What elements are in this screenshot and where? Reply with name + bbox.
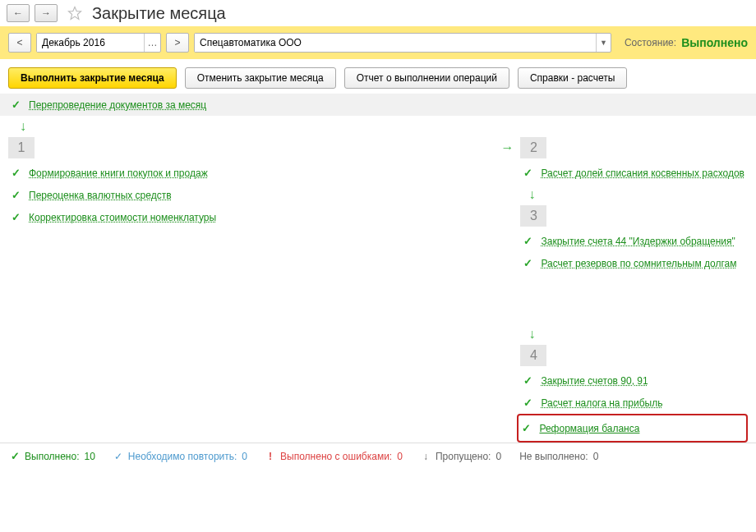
status-skipped-label: Пропущено: <box>436 451 491 462</box>
page-title: Закрытие месяца <box>92 4 226 23</box>
operation-link[interactable]: Переоценка валютных средств <box>29 190 172 201</box>
operation-link-repost[interactable]: Перепроведение документов за месяц <box>29 99 206 111</box>
status-notdone: Не выполнено: 0 <box>519 451 598 462</box>
status-bar: Выполнено: 10 ✓ Необходимо повторить: 0 … <box>0 443 756 469</box>
status-skipped-count: 0 <box>496 451 501 462</box>
arrow-down-icon: ↓ <box>20 119 756 134</box>
repeat-icon: ✓ <box>113 451 123 462</box>
operation-link[interactable]: Закрытие счета 44 "Издержки обращения" <box>541 236 735 247</box>
operation-link[interactable]: Расчет налога на прибыль <box>541 397 662 409</box>
error-icon: ! <box>265 451 275 462</box>
organization-field[interactable]: ▼ <box>194 33 611 53</box>
status-repeat-count: 0 <box>242 451 247 462</box>
period-picker-button[interactable]: … <box>144 34 160 52</box>
status-done-label: Выполнено: <box>25 451 79 462</box>
period-input[interactable] <box>37 34 144 52</box>
arrow-right-icon: → <box>500 140 514 155</box>
block-header-2: 2 <box>520 137 546 158</box>
column-1: 1 Формирование книги покупок и продаж Пе… <box>8 137 492 443</box>
check-icon <box>522 422 531 434</box>
highlighted-operation: Реформация баланса <box>517 414 748 443</box>
operation-link[interactable]: Корректировка стоимости номенклатуры <box>29 212 216 223</box>
operation-row: Реформация баланса <box>519 417 743 439</box>
status-done: Выполнено: 10 <box>10 450 95 462</box>
operation-row: Расчет резервов по сомнительным долгам <box>520 252 748 274</box>
status-notdone-count: 0 <box>593 451 599 462</box>
status-done-count: 10 <box>84 451 94 462</box>
operation-row: Переоценка валютных средств <box>8 184 492 206</box>
operation-link-reformation[interactable]: Реформация баланса <box>539 423 639 434</box>
organization-dropdown-button[interactable]: ▼ <box>596 34 611 52</box>
svg-marker-0 <box>69 7 81 20</box>
arrow-down-icon: ↓ <box>528 187 748 202</box>
check-icon <box>523 257 532 269</box>
run-close-month-button[interactable]: Выполнить закрытие месяца <box>8 67 177 89</box>
check-icon <box>523 397 532 409</box>
operation-link[interactable]: Расчет резервов по сомнительным долгам <box>541 258 736 269</box>
check-icon <box>523 167 532 179</box>
cancel-close-month-button[interactable]: Отменить закрытие месяца <box>185 67 336 89</box>
operation-row: Закрытие счета 44 "Издержки обращения" <box>520 230 748 252</box>
check-icon <box>523 374 532 387</box>
organization-input[interactable] <box>195 34 596 52</box>
period-next-button[interactable]: > <box>166 33 189 53</box>
skipped-icon: ↓ <box>421 451 431 462</box>
operation-row: Расчет налога на прибыль <box>520 392 748 414</box>
check-icon <box>12 211 21 223</box>
arrow-down-icon: ↓ <box>528 327 748 342</box>
check-icon <box>523 235 532 247</box>
block-header-3: 3 <box>520 205 546 227</box>
check-icon <box>12 99 21 111</box>
favorite-star-icon[interactable] <box>67 6 82 21</box>
operation-link[interactable]: Расчет долей списания косвенных расходов <box>541 167 744 179</box>
status-skipped: ↓ Пропущено: 0 <box>421 451 501 462</box>
status-repeat-label: Необходимо повторить: <box>128 451 237 462</box>
state-label: Состояние: <box>625 37 676 48</box>
block-header-1: 1 <box>8 137 35 158</box>
status-errors: ! Выполнено с ошибками: 0 <box>265 451 403 462</box>
nav-back-button[interactable]: ← <box>7 4 30 22</box>
operation-row: Расчет долей списания косвенных расходов <box>520 162 748 184</box>
status-notdone-label: Не выполнено: <box>519 451 588 462</box>
status-errors-label: Выполнено с ошибками: <box>280 451 392 462</box>
status-repeat: ✓ Необходимо повторить: 0 <box>113 451 247 462</box>
check-icon <box>12 189 21 201</box>
state-value: Выполнено <box>681 36 748 49</box>
block-header-4: 4 <box>520 345 546 366</box>
operation-row: Закрытие счетов 90, 91 <box>520 369 748 392</box>
nav-forward-button[interactable]: → <box>35 4 58 22</box>
operations-report-button[interactable]: Отчет о выполнении операций <box>344 67 509 89</box>
references-calculations-button[interactable]: Справки - расчеты <box>518 67 627 89</box>
operation-link[interactable]: Формирование книги покупок и продаж <box>29 167 208 179</box>
period-field[interactable]: … <box>36 33 161 53</box>
operation-row: Формирование книги покупок и продаж <box>8 162 492 184</box>
operation-row: Корректировка стоимости номенклатуры <box>8 206 492 228</box>
top-operation-row: Перепроведение документов за месяц <box>0 94 756 116</box>
operation-link[interactable]: Закрытие счетов 90, 91 <box>541 375 648 387</box>
column-2: 2 Расчет долей списания косвенных расход… <box>520 137 748 443</box>
check-icon <box>12 167 21 179</box>
check-icon <box>10 450 20 462</box>
status-errors-count: 0 <box>397 451 403 462</box>
period-prev-button[interactable]: < <box>8 33 31 53</box>
